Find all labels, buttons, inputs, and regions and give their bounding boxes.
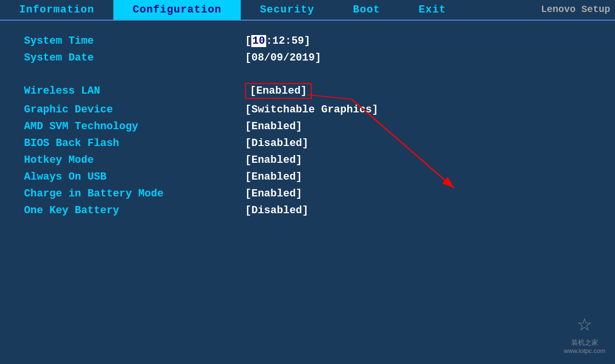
one-key-battery-row: One Key Battery [Disabled] xyxy=(24,205,591,217)
amd-svm-label: AMD SVM Technology xyxy=(24,121,226,133)
settings-table: System Time [10:12:59] System Date [08/0… xyxy=(24,35,591,217)
tab-configuration[interactable]: Configuration xyxy=(113,0,241,20)
bios-back-flash-value[interactable]: [Disabled] xyxy=(245,137,308,149)
menu-bar: Information Configuration Security Boot … xyxy=(0,0,615,21)
system-date-label: System Date xyxy=(24,52,226,64)
always-on-usb-row: Always On USB [Enabled] xyxy=(24,171,591,183)
main-content: System Time [10:12:59] System Date [08/0… xyxy=(0,21,615,236)
system-time-value[interactable]: [10:12:59] xyxy=(245,35,310,47)
charge-in-battery-label: Charge in Battery Mode xyxy=(24,188,226,200)
wireless-lan-row: Wireless LAN [Enabled] xyxy=(24,83,591,99)
system-time-label: System Time xyxy=(24,35,226,47)
one-key-battery-value[interactable]: [Disabled] xyxy=(245,205,308,217)
system-date-row: System Date [08/09/2019] xyxy=(24,52,591,64)
always-on-usb-label: Always On USB xyxy=(24,171,226,183)
graphic-device-label: Graphic Device xyxy=(24,104,226,116)
always-on-usb-value[interactable]: [Enabled] xyxy=(245,171,302,183)
amd-svm-value[interactable]: [Enabled] xyxy=(245,121,302,133)
watermark-brand: 装机之家 xyxy=(571,339,598,347)
bios-back-flash-row: BIOS Back Flash [Disabled] xyxy=(24,137,591,149)
tab-boot[interactable]: Boot xyxy=(334,0,400,20)
hotkey-mode-value[interactable]: [Enabled] xyxy=(245,154,302,166)
hotkey-mode-label: Hotkey Mode xyxy=(24,154,226,166)
tab-security[interactable]: Security xyxy=(241,0,334,20)
watermark-url: www.lotpc.com xyxy=(564,347,605,354)
graphic-device-value[interactable]: [Switchable Graphics] xyxy=(245,104,378,116)
tab-information[interactable]: Information xyxy=(0,0,113,20)
amd-svm-row: AMD SVM Technology [Enabled] xyxy=(24,121,591,133)
bios-back-flash-label: BIOS Back Flash xyxy=(24,137,226,149)
tab-exit[interactable]: Exit xyxy=(399,0,465,20)
wireless-lan-label: Wireless LAN xyxy=(24,85,226,97)
system-date-value[interactable]: [08/09/2019] xyxy=(245,52,321,64)
graphic-device-row: Graphic Device [Switchable Graphics] xyxy=(24,104,591,116)
wireless-lan-value[interactable]: [Enabled] xyxy=(245,83,312,99)
charge-in-battery-value[interactable]: [Enabled] xyxy=(245,188,302,200)
watermark-icon: ☆ xyxy=(578,313,592,337)
watermark: ☆ 装机之家 www.lotpc.com xyxy=(564,313,605,354)
brand-title: Lenovo Setup xyxy=(541,4,610,15)
time-cursor: 10 xyxy=(251,35,266,47)
hotkey-mode-row: Hotkey Mode [Enabled] xyxy=(24,154,591,166)
system-time-row: System Time [10:12:59] xyxy=(24,35,591,47)
one-key-battery-label: One Key Battery xyxy=(24,205,226,217)
charge-in-battery-row: Charge in Battery Mode [Enabled] xyxy=(24,188,591,200)
